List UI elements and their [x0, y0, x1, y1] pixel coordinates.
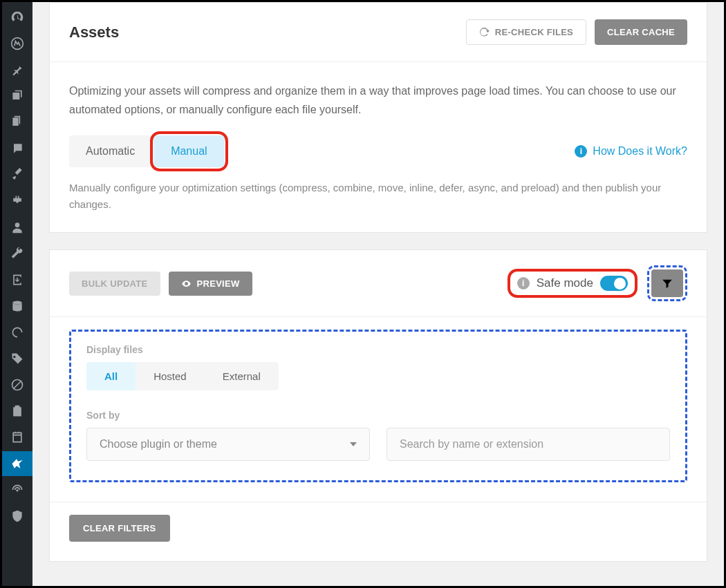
preview-button[interactable]: PREVIEW — [169, 272, 252, 296]
sidebar-item-hummingbird[interactable] — [2, 451, 32, 476]
recheck-files-button[interactable]: RE-CHECK FILES — [466, 19, 586, 45]
sidebar-item-database[interactable] — [2, 294, 32, 319]
sidebar-item-performance[interactable] — [2, 320, 32, 345]
safe-mode-toggle[interactable] — [600, 276, 628, 291]
highlight-safe-mode: i Safe mode — [508, 269, 637, 298]
eye-icon — [181, 278, 192, 289]
clear-cache-label: CLEAR CACHE — [607, 27, 675, 37]
filter-toggle-button[interactable] — [651, 269, 683, 297]
sidebar-item-broadcast[interactable] — [2, 477, 32, 502]
sidebar-item-media[interactable] — [2, 84, 32, 108]
sidebar-item-brush[interactable] — [2, 162, 32, 187]
sidebar-item-shield[interactable] — [2, 504, 32, 529]
display-files-tabs: All Hosted External — [86, 362, 670, 390]
intro-text: Optimizing your assets will compress and… — [69, 82, 687, 119]
assets-list-card: BULK UPDATE PREVIEW i Safe mode — [49, 249, 707, 562]
sidebar-item-users[interactable] — [2, 215, 32, 240]
display-files-label: Display files — [86, 344, 670, 355]
sidebar-item-tags[interactable] — [2, 346, 32, 371]
sidebar-item-tools[interactable] — [2, 241, 32, 266]
highlight-filter-button — [647, 265, 687, 301]
recheck-files-label: RE-CHECK FILES — [495, 27, 573, 37]
info-icon: i — [517, 277, 530, 290]
refresh-icon — [479, 27, 490, 37]
clear-filters-button[interactable]: CLEAR FILTERS — [69, 515, 170, 542]
admin-sidebar — [2, 2, 32, 586]
svg-point-1 — [12, 301, 21, 305]
main-content: Assets RE-CHECK FILES CLEAR CACHE Optimi… — [32, 2, 724, 586]
sidebar-item-pin[interactable] — [2, 57, 32, 82]
chevron-down-icon — [350, 442, 357, 446]
sidebar-item-logo[interactable] — [2, 31, 32, 56]
page-title: Assets — [69, 23, 119, 41]
sidebar-item-clipboard[interactable] — [2, 399, 32, 424]
mode-tabs: Automatic Manual — [69, 135, 227, 167]
sort-select-placeholder: Choose plugin or theme — [100, 438, 217, 451]
funnel-icon — [661, 277, 673, 290]
toggle-knob — [614, 278, 626, 290]
pill-all[interactable]: All — [86, 362, 136, 390]
highlight-manual-tab: Manual — [150, 131, 227, 171]
help-link[interactable]: i How Does it Work? — [575, 145, 687, 158]
safe-mode-label: Safe mode — [537, 276, 593, 290]
assets-card: Assets RE-CHECK FILES CLEAR CACHE Optimi… — [49, 2, 707, 233]
help-link-label: How Does it Work? — [593, 145, 687, 158]
manual-description: Manually configure your optimization set… — [69, 180, 687, 213]
sort-select[interactable]: Choose plugin or theme — [86, 428, 370, 461]
sidebar-item-calendar[interactable] — [2, 425, 32, 450]
bulk-update-label: BULK UPDATE — [82, 278, 148, 289]
sidebar-item-dashboard[interactable] — [2, 5, 32, 30]
clear-filters-label: CLEAR FILTERS — [83, 523, 156, 533]
sidebar-item-comments[interactable] — [2, 136, 32, 161]
highlight-filter-panel: Display files All Hosted External Sort b… — [69, 330, 687, 482]
tab-manual[interactable]: Manual — [154, 135, 223, 167]
bulk-update-button[interactable]: BULK UPDATE — [69, 272, 160, 296]
pill-hosted[interactable]: Hosted — [136, 362, 205, 390]
search-box[interactable] — [387, 428, 670, 461]
clear-cache-button[interactable]: CLEAR CACHE — [595, 19, 687, 45]
info-icon: i — [575, 145, 587, 158]
preview-label: PREVIEW — [197, 278, 240, 289]
pill-external[interactable]: External — [205, 362, 279, 390]
tab-automatic[interactable]: Automatic — [69, 135, 151, 167]
sidebar-item-pages[interactable] — [2, 110, 32, 135]
sidebar-item-slash[interactable] — [2, 372, 32, 397]
sidebar-item-import[interactable] — [2, 267, 32, 292]
sidebar-item-plugins[interactable] — [2, 189, 32, 214]
search-input[interactable] — [400, 438, 657, 451]
sort-by-label: Sort by — [86, 410, 370, 421]
